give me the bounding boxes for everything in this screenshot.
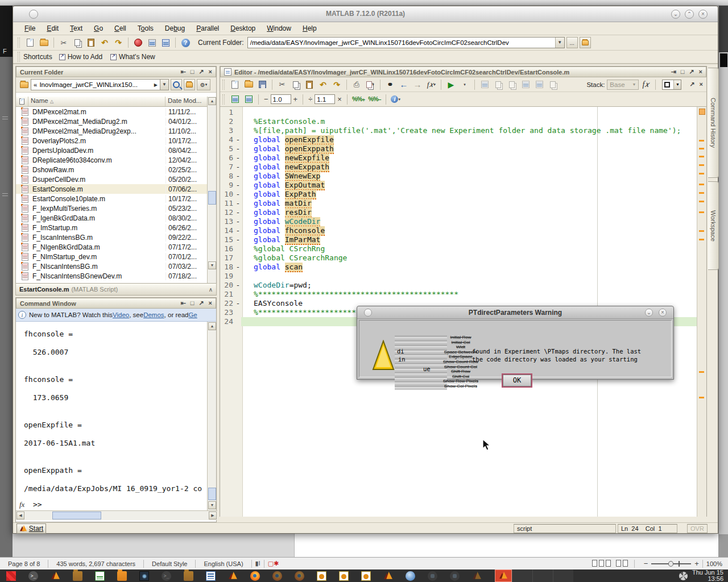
- code-line[interactable]: 10-global ExpPath: [220, 190, 697, 199]
- close-icon[interactable]: ×: [209, 300, 212, 306]
- file-row[interactable]: F_ImStartup.m06/26/2...: [16, 223, 207, 232]
- paste-button[interactable]: [85, 37, 97, 48]
- taskbar-slot[interactable]: [311, 569, 333, 582]
- scroll-right-icon[interactable]: ▶: [209, 512, 217, 519]
- shortcut-whats-new[interactable]: What's New: [110, 53, 155, 61]
- file-row[interactable]: DMPexcel2mat.m11/11/2...: [16, 107, 207, 117]
- tab-workspace[interactable]: Workspace: [708, 181, 719, 270]
- run-to-cursor-button[interactable]: [533, 79, 545, 90]
- code-line[interactable]: 15-global ImParMat: [220, 235, 697, 244]
- toolbar-grip[interactable]: [18, 52, 20, 62]
- code-text[interactable]: global openExppath: [241, 144, 697, 153]
- undo-button[interactable]: ↶: [98, 37, 111, 48]
- insert-cell-button[interactable]: [229, 94, 241, 105]
- taskbar-slot[interactable]: [177, 569, 200, 582]
- menu-go[interactable]: Go: [88, 23, 109, 34]
- step-in-button[interactable]: [506, 79, 518, 90]
- command-output[interactable]: fhconsole = 526.0007 fhconsole = 173.065…: [19, 322, 207, 502]
- toolbar-grip[interactable]: [222, 94, 225, 105]
- code-line[interactable]: 20-wCodeDir=pwd;: [220, 281, 697, 290]
- taskbar-slot[interactable]: [444, 569, 466, 582]
- fx-prompt-icon[interactable]: fx: [19, 500, 34, 509]
- tab-command-history[interactable]: Command History: [708, 68, 719, 178]
- undo-button[interactable]: ↶: [317, 79, 329, 90]
- code-line[interactable]: 11-global matDir: [220, 199, 697, 208]
- code-text[interactable]: global fhconsole: [241, 226, 697, 235]
- file-row[interactable]: DshowRaw.m02/25/2...: [16, 165, 207, 174]
- insert-function-button[interactable]: f𝑥▾: [425, 79, 437, 90]
- file-row[interactable]: DpertsUploadDev.m08/04/2...: [16, 146, 207, 155]
- new-file-button[interactable]: [229, 79, 241, 90]
- file-row[interactable]: EstartConsole10plate.m10/17/2...: [16, 194, 207, 203]
- warning-tick-icon[interactable]: [699, 156, 704, 157]
- code-line[interactable]: 9-global ExpOutmat: [220, 181, 697, 190]
- taskbar-slot[interactable]: [111, 569, 133, 582]
- find-button[interactable]: ⚭: [384, 79, 396, 90]
- current-folder-header[interactable]: Current Folder ⇤ □ ↗ ×: [16, 66, 216, 77]
- zoom-out-icon[interactable]: −: [644, 559, 648, 568]
- code-line[interactable]: 14-global fhconsole: [220, 226, 697, 235]
- warning-tick-icon[interactable]: [699, 184, 704, 185]
- copy-button[interactable]: [289, 79, 302, 90]
- page-count[interactable]: Page 8 of 8: [0, 560, 48, 567]
- taskbar-slot[interactable]: >_: [155, 569, 177, 582]
- current-folder-path[interactable]: /media/data/EASY/InovImager_jwrCF_WINLin…: [248, 39, 555, 46]
- scrollbar-thumb[interactable]: [52, 512, 101, 519]
- command-window-hscrollbar[interactable]: ◀ ▶: [16, 510, 217, 520]
- scrollbar-thumb[interactable]: [208, 191, 216, 205]
- file-row[interactable]: F_NIgenBkGrdData.m07/17/2...: [16, 242, 207, 252]
- taskbar-slot[interactable]: [421, 569, 444, 582]
- code-line[interactable]: 17%global CSrearchRange: [220, 253, 697, 263]
- cut-button[interactable]: ✂: [276, 79, 288, 90]
- taskbar-slot[interactable]: [288, 569, 311, 582]
- code-line[interactable]: 13-global wCodeDir: [220, 217, 697, 226]
- run-options-icon[interactable]: ▾: [458, 79, 471, 90]
- code-line[interactable]: 12-global resDir: [220, 208, 697, 217]
- date-column-header[interactable]: Date Mod...: [166, 97, 207, 106]
- zoom-slider-handle[interactable]: [668, 561, 673, 567]
- code-text[interactable]: %EstartConsole.m: [241, 117, 697, 126]
- file-list-column-header[interactable]: Name △ Date Mod...: [16, 97, 207, 107]
- scroll-up-icon[interactable]: ▲: [208, 322, 216, 330]
- stack-combo[interactable]: Base▼: [607, 80, 639, 90]
- taskbar-slot[interactable]: [67, 569, 89, 582]
- paste-button[interactable]: [303, 79, 316, 90]
- file-row[interactable]: DoverlayPlots2.m10/17/2...: [16, 136, 207, 146]
- toolbar-grip[interactable]: [18, 38, 20, 48]
- compare-button[interactable]: ▾: [364, 79, 377, 90]
- code-text[interactable]: global ImParMat: [241, 235, 697, 244]
- menu-debug[interactable]: Debug: [159, 23, 191, 34]
- page-style[interactable]: Default Style: [144, 560, 195, 567]
- cut-button[interactable]: ✂: [57, 37, 70, 48]
- code-text[interactable]: global newExppath: [241, 163, 697, 172]
- info-button[interactable]: i▾: [390, 94, 402, 105]
- annotation-strip[interactable]: [697, 107, 706, 517]
- code-line[interactable]: 21%*************************************…: [220, 290, 697, 299]
- code-text[interactable]: global ExpOutmat: [241, 181, 697, 190]
- toolbar-grip[interactable]: [222, 80, 225, 90]
- taskbar-slot[interactable]: [0, 569, 22, 582]
- demos-link[interactable]: Demos: [143, 311, 164, 318]
- code-text[interactable]: global wCodeDir: [241, 217, 697, 226]
- message-indicator-icon[interactable]: [699, 109, 705, 115]
- menu-cell[interactable]: Cell: [109, 23, 132, 34]
- warning-tick-icon[interactable]: [699, 164, 704, 166]
- up-folder-button[interactable]: [580, 37, 591, 48]
- open-file-button[interactable]: [38, 37, 50, 48]
- file-row[interactable]: DReplicate96to384conv.m12/04/2...: [16, 155, 207, 165]
- view-multi-page-icon[interactable]: [599, 560, 613, 568]
- warning-tick-icon[interactable]: [699, 239, 704, 240]
- file-details-bar[interactable]: EstartConsole.m (MATLAB Script) ∧: [15, 283, 217, 296]
- value-input[interactable]: [271, 94, 291, 104]
- scrollbar-thumb[interactable]: [720, 53, 727, 67]
- code-text[interactable]: global openExpfile: [241, 135, 697, 144]
- simulink-button[interactable]: [132, 37, 144, 48]
- back-button[interactable]: ←: [398, 79, 410, 90]
- minimize-button[interactable]: ⌄: [671, 10, 680, 19]
- command-prompt[interactable]: >>: [33, 500, 42, 509]
- taskbar-slot[interactable]: [222, 569, 244, 582]
- collapse-chevron-icon[interactable]: ∧: [209, 286, 213, 293]
- divide-button[interactable]: ÷: [308, 95, 312, 103]
- undock-icon[interactable]: ↗: [689, 81, 694, 88]
- warning-tick-icon[interactable]: [699, 173, 704, 174]
